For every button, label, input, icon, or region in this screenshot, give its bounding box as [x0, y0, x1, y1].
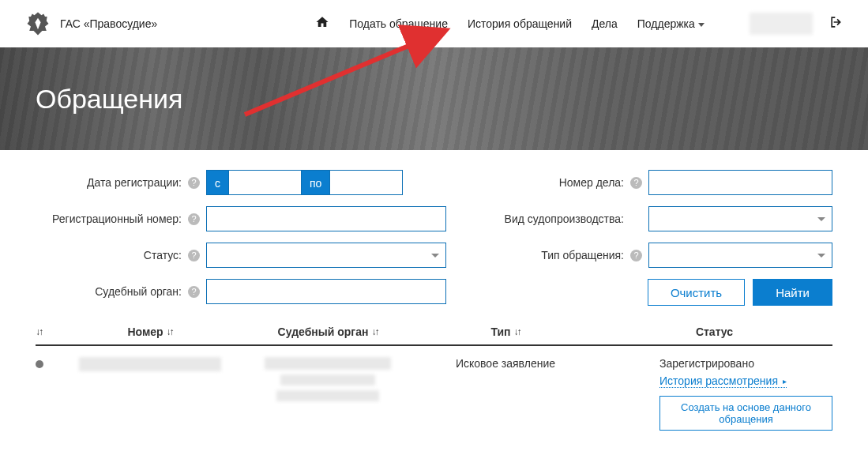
main-nav: Подать обращение История обращений Дела …: [315, 15, 705, 33]
date-to-input[interactable]: [330, 170, 403, 195]
cell-status: Зарегистрировано: [659, 357, 754, 370]
help-icon[interactable]: ?: [188, 177, 200, 189]
home-icon[interactable]: [315, 15, 329, 33]
date-from-input[interactable]: [229, 170, 302, 195]
date-to-badge: по: [302, 170, 330, 195]
th-type[interactable]: Тип: [490, 325, 510, 338]
case-num-input[interactable]: [648, 170, 832, 195]
appeal-type-label: Тип обращения:: [494, 249, 624, 261]
top-header: ГАС «Правосудие» Подать обращение Истори…: [0, 0, 868, 47]
court-input[interactable]: [206, 279, 446, 304]
th-status: Статус: [696, 325, 733, 338]
brand-logo[interactable]: ГАС «Правосудие»: [24, 9, 157, 38]
cell-type: Исковое заявление: [415, 357, 596, 370]
table-header: ↓↑ Номер↓↑ Судебный орган↓↑ Тип↓↑ Статус: [36, 318, 832, 346]
reg-num-input[interactable]: [206, 206, 446, 231]
cell-court: [276, 390, 379, 401]
brand-name: ГАС «Правосудие»: [60, 17, 157, 30]
sort-icon[interactable]: ↓↑: [371, 326, 378, 337]
filter-form: Дата регистрации: ? с по Регистрационный…: [0, 150, 868, 318]
history-link[interactable]: История рассмотрения: [659, 374, 787, 388]
cell-court: [265, 357, 391, 370]
date-from-badge: с: [206, 170, 229, 195]
nav-history[interactable]: История обращений: [468, 17, 572, 30]
case-num-label: Номер дела:: [494, 176, 624, 189]
status-dot-icon: [36, 360, 43, 368]
date-reg-label: Дата регистрации:: [36, 176, 182, 189]
proc-type-label: Вид судопроизводства:: [494, 213, 624, 225]
help-icon[interactable]: ?: [630, 250, 642, 261]
status-select[interactable]: [206, 243, 446, 268]
help-icon[interactable]: ?: [630, 177, 642, 189]
logout-icon[interactable]: [829, 14, 844, 34]
reg-num-label: Регистрационный номер:: [36, 213, 182, 225]
sort-icon[interactable]: ↓↑: [514, 326, 520, 337]
header-right: [750, 13, 844, 35]
help-icon[interactable]: ?: [188, 213, 200, 225]
page-title: Обращения: [36, 84, 182, 115]
user-name[interactable]: [750, 13, 813, 35]
table-row: Исковое заявление Зарегистрировано Истор…: [36, 346, 832, 442]
status-label: Статус:: [36, 249, 182, 261]
court-label: Судебный орган:: [36, 285, 182, 298]
th-court[interactable]: Судебный орган: [278, 325, 369, 338]
clear-button[interactable]: Очистить: [648, 279, 745, 306]
coat-of-arms-icon: [24, 9, 52, 38]
appeal-type-select[interactable]: [648, 243, 832, 268]
sort-icon[interactable]: ↓↑: [167, 326, 173, 337]
sort-icon[interactable]: ↓↑: [36, 326, 42, 337]
cell-number: [79, 357, 221, 371]
find-button[interactable]: Найти: [753, 279, 832, 306]
help-icon[interactable]: ?: [188, 286, 200, 298]
nav-support[interactable]: Поддержка: [637, 17, 705, 30]
nav-cases[interactable]: Дела: [592, 17, 618, 30]
cell-court: [280, 374, 375, 386]
proc-type-select[interactable]: [648, 206, 832, 231]
help-icon[interactable]: ?: [188, 250, 200, 261]
create-from-button[interactable]: Создать на основе данного обращения: [659, 396, 832, 431]
nav-submit-appeal[interactable]: Подать обращение: [349, 17, 448, 30]
results-table: ↓↑ Номер↓↑ Судебный орган↓↑ Тип↓↑ Статус…: [0, 318, 868, 442]
page-banner: Обращения: [0, 47, 868, 150]
th-number[interactable]: Номер: [127, 325, 163, 338]
